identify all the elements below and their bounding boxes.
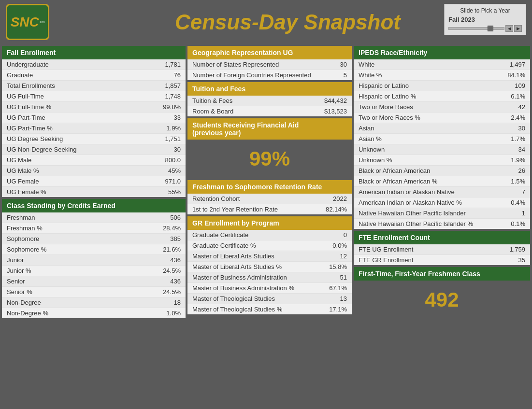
row-label: Senior — [7, 278, 25, 285]
row-value: 0.0% — [332, 242, 347, 249]
row-label: Hispanic or Latino — [359, 82, 409, 89]
row-value: 76 — [174, 71, 181, 79]
row-label: UG Full-Time — [7, 93, 44, 100]
year-picker-value: Fall 2023 — [448, 16, 522, 23]
table-row: UG Female %55% — [2, 187, 186, 197]
slider-next-btn[interactable]: ▶ — [514, 25, 522, 32]
retention-rows: Retention Cohort20221st to 2nd Year Rete… — [187, 194, 352, 214]
row-label: Room & Board — [192, 108, 233, 115]
row-label: Number of Foreign Countries Represented — [192, 71, 311, 79]
table-row: FTE GR Enrollment35 — [354, 255, 530, 265]
table-row: UG Male800.0 — [2, 155, 186, 166]
table-row: Native Hawaiian Other Pacific Islander %… — [354, 219, 530, 229]
slider-thumb[interactable] — [488, 26, 493, 31]
table-row: Master of Liberal Arts Studies %15.8% — [187, 262, 352, 272]
row-value: 35 — [518, 256, 525, 264]
row-value: 1.9% — [166, 125, 181, 132]
row-value: 1,781 — [165, 61, 181, 68]
fall-enrollment-header: Fall Enrollment — [2, 46, 186, 59]
row-value: 28.4% — [163, 225, 181, 232]
table-row: Asian30 — [354, 123, 530, 134]
table-row: Unknown %1.9% — [354, 155, 530, 166]
row-label: Native Hawaiian Other Pacific Islander — [359, 210, 466, 217]
row-label: Black or African American — [359, 167, 430, 174]
table-row: White %84.1% — [354, 70, 530, 81]
tuition-rows: Tuition & Fees$44,432Room & Board$13,523 — [187, 96, 352, 116]
row-value: 2022 — [333, 195, 347, 202]
row-value: 33 — [174, 114, 181, 121]
table-row: American Indian or Alaskan Native %0.4% — [354, 197, 530, 208]
table-row: Tuition & Fees$44,432 — [187, 96, 352, 106]
row-value: 0 — [344, 231, 347, 239]
row-value: 1.7% — [511, 135, 525, 142]
table-row: Room & Board$13,523 — [187, 106, 352, 116]
table-row: Master of Business Administration %67.1% — [187, 283, 352, 294]
row-value: 0.1% — [511, 220, 525, 227]
row-label: UG Male — [7, 156, 31, 164]
row-value: 24.5% — [163, 288, 181, 296]
gr-enrollment-rows: Graduate Certificate0Graduate Certificat… — [187, 230, 352, 314]
year-picker[interactable]: Slide to Pick a Year Fall 2023 ◀ ▶ — [444, 4, 526, 35]
table-row: Hispanic or Latino109 — [354, 81, 530, 91]
row-value: 26 — [518, 167, 525, 174]
row-value: 24.5% — [163, 267, 181, 274]
class-standing-header: Class Standing by Credits Earned — [2, 199, 186, 212]
row-value: 30 — [174, 146, 181, 153]
table-row: Two or More Races %2.4% — [354, 113, 530, 123]
row-value: 13 — [340, 295, 347, 302]
tuition-section: Tuition and Fees Tuition & Fees$44,432Ro… — [187, 82, 352, 116]
row-label: FTE UG Enrollment — [359, 246, 413, 253]
row-value: 6.1% — [511, 93, 525, 100]
table-row: Junior %24.5% — [2, 266, 186, 276]
row-label: Retention Cohort — [192, 195, 240, 202]
row-value: 30 — [340, 61, 347, 68]
table-row: UG Part-Time %1.9% — [2, 123, 186, 134]
table-row: Graduate76 — [2, 70, 186, 81]
logo-text: SNC — [11, 14, 39, 30]
row-label: Two or More Races — [359, 103, 413, 111]
row-value: $13,523 — [324, 108, 347, 115]
row-label: Native Hawaiian Other Pacific Islander % — [359, 220, 473, 227]
row-label: Sophomore % — [7, 246, 46, 253]
table-row: UG Female971.0 — [2, 176, 186, 187]
table-row: American Indian or Alaskan Native7 — [354, 187, 530, 197]
row-value: 1,751 — [165, 135, 181, 142]
table-row: Number of Foreign Countries Represented5 — [187, 70, 352, 80]
row-value: 1,748 — [165, 93, 181, 100]
year-slider[interactable]: ◀ ▶ — [448, 25, 522, 32]
row-value: 21.6% — [163, 246, 181, 253]
row-label: Sophomore — [7, 235, 39, 242]
middle-column: Geographic Representation UG Number of S… — [187, 46, 352, 321]
table-row: Number of States Represented30 — [187, 59, 352, 70]
row-value: 1.5% — [511, 178, 525, 185]
slider-prev-btn[interactable]: ◀ — [505, 25, 513, 32]
tuition-header: Tuition and Fees — [187, 82, 352, 96]
row-label: Asian % — [359, 135, 382, 142]
table-row: Native Hawaiian Other Pacific Islander1 — [354, 208, 530, 219]
row-label: Freshman — [7, 214, 35, 221]
row-value: 109 — [515, 82, 525, 89]
row-label: UG Male % — [7, 167, 39, 174]
row-label: Unknown % — [359, 156, 392, 164]
table-row: Freshman506 — [2, 212, 186, 223]
table-row: UG Full-Time %99.8% — [2, 102, 186, 113]
left-column: Fall Enrollment Undergraduate1,781Gradua… — [2, 46, 186, 321]
table-row: Black or African American %1.5% — [354, 176, 530, 187]
row-label: Two or More Races % — [359, 114, 420, 121]
row-value: 34 — [518, 146, 525, 153]
table-row: Non-Degree18 — [2, 297, 186, 308]
financial-aid-header-line2: (previous year) — [192, 129, 241, 137]
fall-enrollment-section: Fall Enrollment Undergraduate1,781Gradua… — [2, 46, 186, 197]
table-row: Junior436 — [2, 255, 186, 266]
table-row: Graduate Certificate0 — [187, 230, 352, 240]
slider-track[interactable] — [448, 27, 504, 30]
row-value: 17.1% — [329, 306, 347, 313]
table-row: Total Enrollments1,857 — [2, 81, 186, 91]
geo-rep-header: Geographic Representation UG — [187, 46, 352, 59]
row-label: Senior % — [7, 288, 32, 296]
table-row: UG Part-Time33 — [2, 113, 186, 123]
table-row: Master of Theological Studies13 — [187, 294, 352, 304]
row-label: UG Female — [7, 178, 39, 185]
retention-section: Freshman to Sophomore Retention Rate Ret… — [187, 180, 352, 214]
retention-header: Freshman to Sophomore Retention Rate — [187, 180, 352, 194]
